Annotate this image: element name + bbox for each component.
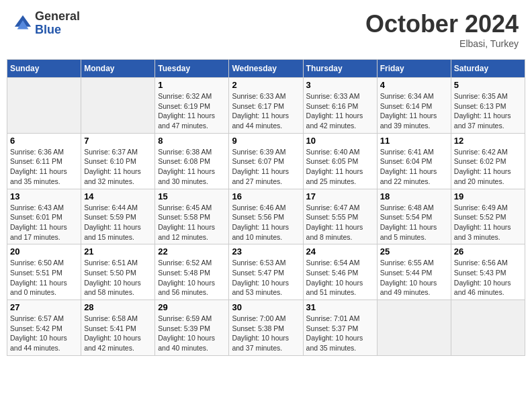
day-info: Sunrise: 6:36 AMSunset: 6:11 PMDaylight:… [10,147,78,187]
day-info: Sunrise: 6:55 AMSunset: 5:44 PMDaylight:… [380,258,448,298]
day-number: 7 [84,136,152,146]
logo-icon [13,14,32,33]
day-number: 17 [306,191,374,201]
day-of-week-header: Monday [81,60,155,78]
calendar-day-cell [7,78,81,134]
day-number: 23 [232,246,300,257]
calendar-day-cell: 14Sunrise: 6:44 AMSunset: 5:59 PMDayligh… [81,189,155,244]
day-info: Sunrise: 6:44 AMSunset: 5:59 PMDaylight:… [84,203,152,242]
day-info: Sunrise: 6:43 AMSunset: 6:01 PMDaylight:… [10,203,78,242]
day-info: Sunrise: 6:54 AMSunset: 5:46 PMDaylight:… [306,258,374,298]
calendar-day-cell: 25Sunrise: 6:55 AMSunset: 5:44 PMDayligh… [377,244,451,300]
day-number: 22 [158,246,226,257]
calendar-day-cell: 28Sunrise: 6:58 AMSunset: 5:41 PMDayligh… [81,300,155,356]
day-info: Sunrise: 6:46 AMSunset: 5:56 PMDaylight:… [232,203,300,242]
day-number: 10 [306,136,374,146]
day-number: 12 [454,136,522,146]
day-info: Sunrise: 6:33 AMSunset: 6:17 PMDaylight:… [232,91,300,131]
day-info: Sunrise: 6:52 AMSunset: 5:48 PMDaylight:… [158,258,226,298]
calendar-day-cell: 4Sunrise: 6:34 AMSunset: 6:14 PMDaylight… [377,78,451,134]
day-number: 14 [84,191,152,201]
calendar-day-cell [377,300,451,356]
day-info: Sunrise: 6:57 AMSunset: 5:42 PMDaylight:… [10,314,78,353]
day-number: 19 [454,191,522,201]
day-number: 26 [454,246,522,257]
calendar-day-cell: 20Sunrise: 6:50 AMSunset: 5:51 PMDayligh… [7,244,81,300]
calendar-day-cell: 10Sunrise: 6:40 AMSunset: 6:05 PMDayligh… [303,133,377,189]
logo-blue-text: Blue [35,24,80,37]
calendar-day-cell: 13Sunrise: 6:43 AMSunset: 6:01 PMDayligh… [7,189,81,244]
day-number: 5 [454,80,522,90]
calendar-day-cell: 19Sunrise: 6:49 AMSunset: 5:52 PMDayligh… [451,189,525,244]
calendar-week-row: 27Sunrise: 6:57 AMSunset: 5:42 PMDayligh… [7,300,525,356]
day-number: 21 [84,246,152,257]
day-info: Sunrise: 6:50 AMSunset: 5:51 PMDaylight:… [10,258,78,298]
day-info: Sunrise: 6:35 AMSunset: 6:13 PMDaylight:… [454,91,522,131]
day-info: Sunrise: 6:58 AMSunset: 5:41 PMDaylight:… [84,314,152,353]
day-info: Sunrise: 6:53 AMSunset: 5:47 PMDaylight:… [232,258,300,298]
day-number: 29 [158,302,226,312]
day-number: 20 [10,246,78,257]
day-info: Sunrise: 6:42 AMSunset: 6:02 PMDaylight:… [454,147,522,187]
calendar-day-cell: 26Sunrise: 6:56 AMSunset: 5:43 PMDayligh… [451,244,525,300]
calendar-day-cell: 2Sunrise: 6:33 AMSunset: 6:17 PMDaylight… [229,78,303,134]
day-info: Sunrise: 6:39 AMSunset: 6:07 PMDaylight:… [232,147,300,187]
calendar-day-cell: 22Sunrise: 6:52 AMSunset: 5:48 PMDayligh… [155,244,229,300]
day-number: 9 [232,136,300,146]
calendar-day-cell: 23Sunrise: 6:53 AMSunset: 5:47 PMDayligh… [229,244,303,300]
day-info: Sunrise: 6:48 AMSunset: 5:54 PMDaylight:… [380,203,448,242]
logo: General Blue [13,10,80,37]
day-of-week-header: Thursday [303,60,377,78]
calendar-week-row: 13Sunrise: 6:43 AMSunset: 6:01 PMDayligh… [7,189,525,244]
day-info: Sunrise: 6:56 AMSunset: 5:43 PMDaylight:… [454,258,522,298]
calendar-day-cell: 29Sunrise: 6:59 AMSunset: 5:39 PMDayligh… [155,300,229,356]
day-info: Sunrise: 6:34 AMSunset: 6:14 PMDaylight:… [380,91,448,131]
calendar-day-cell: 30Sunrise: 7:00 AMSunset: 5:38 PMDayligh… [229,300,303,356]
day-info: Sunrise: 6:32 AMSunset: 6:19 PMDaylight:… [158,91,226,131]
day-info: Sunrise: 7:01 AMSunset: 5:37 PMDaylight:… [306,314,374,353]
logo-general-text: General [35,10,80,24]
page-header: General Blue October 2024 Elbasi, Turkey [7,7,525,52]
day-of-week-header: Tuesday [155,60,229,78]
day-number: 15 [158,191,226,201]
calendar-day-cell [81,78,155,134]
day-number: 8 [158,136,226,146]
day-info: Sunrise: 6:38 AMSunset: 6:08 PMDaylight:… [158,147,226,187]
day-info: Sunrise: 6:40 AMSunset: 6:05 PMDaylight:… [306,147,374,187]
calendar-day-cell [451,300,525,356]
day-number: 30 [232,302,300,312]
day-number: 6 [10,136,78,146]
day-info: Sunrise: 6:59 AMSunset: 5:39 PMDaylight:… [158,314,226,353]
calendar-week-row: 1Sunrise: 6:32 AMSunset: 6:19 PMDaylight… [7,78,525,134]
calendar-day-cell: 12Sunrise: 6:42 AMSunset: 6:02 PMDayligh… [451,133,525,189]
calendar-header-row: SundayMondayTuesdayWednesdayThursdayFrid… [7,60,525,78]
calendar-day-cell: 24Sunrise: 6:54 AMSunset: 5:46 PMDayligh… [303,244,377,300]
day-info: Sunrise: 6:45 AMSunset: 5:58 PMDaylight:… [158,203,226,242]
calendar-day-cell: 17Sunrise: 6:47 AMSunset: 5:55 PMDayligh… [303,189,377,244]
calendar-day-cell: 8Sunrise: 6:38 AMSunset: 6:08 PMDaylight… [155,133,229,189]
day-info: Sunrise: 6:51 AMSunset: 5:50 PMDaylight:… [84,258,152,298]
calendar-day-cell: 27Sunrise: 6:57 AMSunset: 5:42 PMDayligh… [7,300,81,356]
day-number: 13 [10,191,78,201]
day-number: 4 [380,80,448,90]
calendar-day-cell: 3Sunrise: 6:33 AMSunset: 6:16 PMDaylight… [303,78,377,134]
location-subtitle: Elbasi, Turkey [365,38,519,49]
day-info: Sunrise: 6:33 AMSunset: 6:16 PMDaylight:… [306,91,374,131]
logo-text: General Blue [35,10,80,37]
calendar-day-cell: 18Sunrise: 6:48 AMSunset: 5:54 PMDayligh… [377,189,451,244]
calendar-table: SundayMondayTuesdayWednesdayThursdayFrid… [7,59,525,356]
day-info: Sunrise: 6:37 AMSunset: 6:10 PMDaylight:… [84,147,152,187]
calendar-day-cell: 16Sunrise: 6:46 AMSunset: 5:56 PMDayligh… [229,189,303,244]
calendar-week-row: 20Sunrise: 6:50 AMSunset: 5:51 PMDayligh… [7,244,525,300]
day-info: Sunrise: 6:49 AMSunset: 5:52 PMDaylight:… [454,203,522,242]
calendar-day-cell: 21Sunrise: 6:51 AMSunset: 5:50 PMDayligh… [81,244,155,300]
day-of-week-header: Wednesday [229,60,303,78]
day-number: 16 [232,191,300,201]
calendar-day-cell: 7Sunrise: 6:37 AMSunset: 6:10 PMDaylight… [81,133,155,189]
day-number: 25 [380,246,448,257]
day-info: Sunrise: 6:47 AMSunset: 5:55 PMDaylight:… [306,203,374,242]
day-number: 27 [10,302,78,312]
day-number: 3 [306,80,374,90]
calendar-day-cell: 31Sunrise: 7:01 AMSunset: 5:37 PMDayligh… [303,300,377,356]
day-of-week-header: Sunday [7,60,81,78]
